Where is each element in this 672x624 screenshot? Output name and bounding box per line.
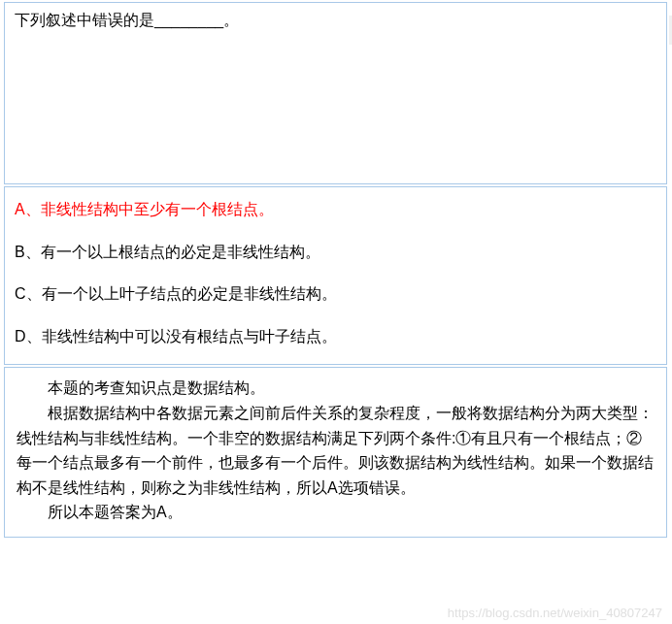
stem-prefix: 下列叙述中错误的是 — [15, 12, 154, 28]
watermark-text: https://blog.csdn.net/weixin_40807247 — [448, 606, 662, 620]
explanation-text: 本题的考查知识点是数据结构。 根据数据结构中各数据元素之间前后件关系的复杂程度，… — [17, 376, 655, 525]
question-box: 下列叙述中错误的是________。 — [4, 2, 667, 184]
explanation-body: 根据数据结构中各数据元素之间前后件关系的复杂程度，一般将数据结构分为两大类型：线… — [17, 401, 655, 500]
stem-suffix: 。 — [223, 12, 239, 28]
option-c: C、有一个以上叶子结点的必定是非线性结构。 — [15, 281, 656, 307]
options-box: A、非线性结构中至少有一个根结点。 B、有一个以上根结点的必定是非线性结构。 C… — [4, 186, 667, 365]
explanation-intro: 本题的考查知识点是数据结构。 — [17, 376, 655, 401]
question-stem: 下列叙述中错误的是________。 — [15, 9, 656, 32]
blank: ________ — [154, 12, 223, 28]
option-a: A、非线性结构中至少有一个根结点。 — [15, 197, 656, 222]
option-d: D、非线性结构中可以没有根结点与叶子结点。 — [15, 324, 656, 349]
explanation-box: 本题的考查知识点是数据结构。 根据数据结构中各数据元素之间前后件关系的复杂程度，… — [4, 367, 667, 538]
explanation-conclusion: 所以本题答案为A。 — [17, 500, 655, 525]
option-b: B、有一个以上根结点的必定是非线性结构。 — [15, 240, 656, 265]
